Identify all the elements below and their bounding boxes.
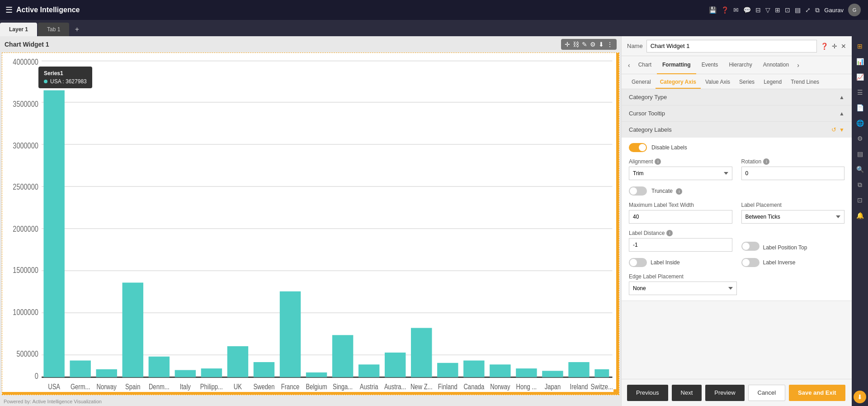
rp-close-icon[interactable]: ✕ — [841, 43, 846, 50]
more-icon[interactable]: ⋮ — [607, 41, 613, 48]
side-icon-10[interactable]: ⊡ — [853, 193, 867, 207]
label-position-top-toggle[interactable] — [741, 242, 760, 251]
alignment-select[interactable]: Trim Auto Left Center Right — [629, 167, 732, 180]
side-icon-11[interactable]: 🔔 — [853, 208, 867, 223]
hamburger-icon[interactable]: ☰ — [5, 5, 13, 15]
section-category-labels-header[interactable]: Category Labels ↺ ▼ — [622, 122, 852, 138]
svg-rect-37 — [542, 371, 563, 377]
svg-rect-28 — [306, 373, 327, 377]
max-width-input[interactable] — [629, 210, 732, 224]
truncate-toggle-thumb — [630, 187, 637, 195]
rp-tab-prev[interactable]: ‹ — [625, 62, 633, 69]
help-icon[interactable]: ❓ — [721, 6, 729, 14]
side-icon-0[interactable]: ⊞ — [853, 39, 867, 53]
widget-header: Chart Widget 1 ✛ ⛓ ✎ ⚙ ⬇ ⋮ — [0, 36, 621, 53]
rp-name-input[interactable] — [646, 40, 817, 53]
top-nav: ☰ Active Intelligence 💾 ❓ ✉ 💬 ⊟ ▽ ⊞ ⊡ ▤ … — [0, 0, 868, 20]
previous-button[interactable]: Previous — [627, 385, 668, 401]
svg-text:UK: UK — [234, 383, 242, 391]
email-icon[interactable]: ✉ — [733, 6, 739, 14]
rp-tab-events[interactable]: Events — [696, 56, 724, 74]
edge-label-select[interactable]: None Auto — [629, 282, 737, 295]
side-icon-9[interactable]: ⧉ — [853, 177, 867, 192]
svg-rect-29 — [332, 335, 353, 377]
side-icon-5[interactable]: 🌐 — [853, 116, 867, 130]
save-exit-button[interactable]: Save and Exit — [789, 385, 845, 401]
side-icon-12[interactable]: ⬇ — [854, 391, 866, 403]
expand-icon[interactable]: ⤢ — [805, 6, 811, 14]
tab-tab1[interactable]: Tab 1 — [38, 23, 69, 36]
chart-resize-handle-bottom[interactable] — [2, 392, 619, 395]
chart-resize-handle-right[interactable] — [616, 53, 619, 395]
save-icon[interactable]: 💾 — [709, 6, 717, 14]
side-icon-7[interactable]: ▤ — [853, 147, 867, 161]
svg-rect-18 — [43, 91, 64, 377]
download-icon[interactable]: ⬇ — [599, 41, 604, 48]
rotation-input[interactable] — [741, 167, 845, 180]
label-inverse-col: Label Inverse — [741, 258, 845, 267]
refresh-icon[interactable]: ↺ — [831, 126, 836, 133]
side-icon-8[interactable]: 🔍 — [853, 162, 867, 177]
truncate-info-icon[interactable]: i — [676, 188, 682, 195]
section-category-type: Category Type ▲ — [622, 89, 852, 105]
side-icon-1[interactable]: 📊 — [853, 54, 867, 69]
rp-subtab-series[interactable]: Series — [735, 77, 759, 89]
section-category-type-header[interactable]: Category Type ▲ — [622, 89, 852, 105]
svg-rect-33 — [437, 363, 458, 377]
rp-tab-hierarchy[interactable]: Hierarchy — [723, 56, 757, 74]
label-inside-thumb — [630, 259, 637, 266]
grid-icon[interactable]: ⊡ — [785, 6, 790, 14]
funnel-icon[interactable]: ▽ — [765, 6, 770, 14]
label-distance-info-icon[interactable]: i — [666, 230, 673, 236]
label-inverse-toggle[interactable] — [741, 258, 760, 267]
rotation-label: Rotation i — [741, 158, 845, 165]
rp-subtab-value-axis[interactable]: Value Axis — [701, 77, 735, 89]
side-icon-2[interactable]: 📈 — [853, 70, 867, 84]
table-icon[interactable]: ⊞ — [775, 6, 780, 14]
rotation-info-icon[interactable]: i — [763, 158, 769, 165]
label-placement-select[interactable]: Between Ticks On Ticks — [741, 210, 845, 224]
svg-text:1500000: 1500000 — [13, 266, 38, 275]
section-category-labels: Category Labels ↺ ▼ Disable Labels — [622, 122, 852, 301]
svg-text:Denm...: Denm... — [149, 383, 170, 391]
truncate-toggle[interactable] — [629, 186, 647, 196]
section-cursor-tooltip-header[interactable]: Cursor Tooltip ▲ — [622, 105, 852, 121]
rp-subtab-trendlines[interactable]: Trend Lines — [786, 77, 824, 89]
next-button[interactable]: Next — [672, 385, 702, 401]
rp-tab-formatting[interactable]: Formatting — [657, 56, 696, 74]
tab-add-button[interactable]: + — [70, 23, 84, 36]
comment-icon[interactable]: 💬 — [743, 6, 751, 14]
filter-icon[interactable]: ⊟ — [755, 6, 761, 14]
rp-subtab-category-axis[interactable]: Category Axis — [656, 77, 701, 89]
cancel-button[interactable]: Cancel — [748, 385, 785, 401]
svg-rect-31 — [385, 353, 406, 377]
layout-icon[interactable]: ▤ — [795, 6, 801, 14]
link-icon[interactable]: ⛓ — [573, 41, 579, 48]
alignment-info-icon[interactable]: i — [655, 158, 661, 165]
move-icon[interactable]: ✛ — [565, 41, 570, 48]
label-distance-input[interactable] — [629, 238, 732, 252]
tab-layer1[interactable]: Layer 1 — [0, 23, 37, 36]
disable-labels-toggle[interactable] — [629, 143, 647, 152]
tools-icon[interactable]: ⚙ — [590, 41, 596, 48]
window-icon[interactable]: ⧉ — [815, 6, 820, 14]
rp-tab-chart[interactable]: Chart — [633, 56, 657, 74]
svg-text:4000000: 4000000 — [13, 57, 38, 67]
svg-rect-26 — [254, 362, 274, 377]
side-icon-3[interactable]: ☰ — [853, 85, 867, 100]
side-icon-6[interactable]: ⚙ — [853, 131, 867, 146]
rp-tab-next[interactable]: › — [794, 62, 802, 69]
rp-tab-annotation[interactable]: Annotation — [758, 56, 794, 74]
rp-move-icon[interactable]: ✛ — [832, 43, 837, 50]
svg-rect-25 — [227, 346, 248, 377]
label-inside-toggle[interactable] — [629, 258, 647, 267]
chart-corner[interactable] — [613, 389, 619, 395]
rp-help-icon[interactable]: ❓ — [821, 43, 828, 50]
preview-button[interactable]: Preview — [705, 385, 744, 401]
side-icon-4[interactable]: 📄 — [853, 100, 867, 115]
user-avatar[interactable]: G — [848, 4, 861, 16]
rp-subtab-legend[interactable]: Legend — [759, 77, 786, 89]
edit-icon[interactable]: ✎ — [582, 41, 587, 48]
svg-text:0: 0 — [35, 372, 38, 381]
rp-subtab-general[interactable]: General — [627, 77, 656, 89]
